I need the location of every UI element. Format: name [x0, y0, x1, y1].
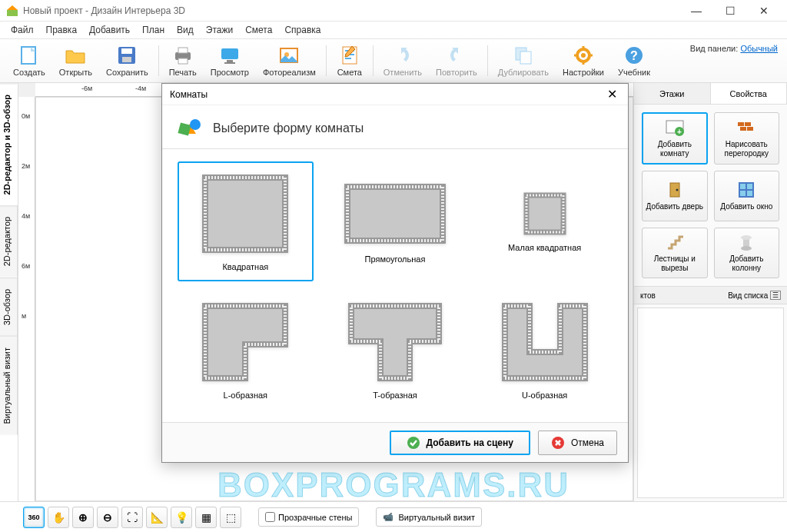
svg-rect-20	[520, 52, 531, 64]
create-button[interactable]: Создать	[6, 42, 52, 80]
dialog-icon	[176, 115, 204, 142]
tab-properties[interactable]: Свойства	[711, 83, 788, 104]
ruler-vertical: 0м 2м 4м 6м м	[18, 97, 35, 501]
list-view-icon[interactable]: ☰	[770, 291, 781, 300]
svg-point-43	[741, 246, 752, 251]
svg-point-46	[190, 119, 201, 130]
window-title: Новый проект - Дизайн Интерьера 3D	[23, 5, 679, 16]
svg-point-22	[581, 53, 586, 58]
svg-point-37	[676, 189, 678, 191]
svg-rect-6	[122, 57, 131, 62]
list-header: ктов Вид списка ☰	[634, 286, 787, 304]
tab-floors[interactable]: Этажи	[634, 83, 711, 104]
maximize-button[interactable]: ☐	[713, 0, 747, 22]
grid-button[interactable]: ▦	[195, 507, 217, 528]
photoreal-button[interactable]: Фотореализм	[256, 42, 323, 80]
cancel-button[interactable]: Отмена	[538, 431, 617, 455]
shape-rectangle[interactable]: Прямоугольная	[327, 161, 463, 281]
add-door-button[interactable]: Добавить дверь	[642, 171, 708, 221]
svg-rect-32	[738, 122, 744, 126]
menu-file[interactable]: Файл	[5, 23, 40, 37]
title-bar: Новый проект - Дизайн Интерьера 3D — ☐ ✕	[0, 0, 787, 22]
menu-add[interactable]: Добавить	[83, 23, 136, 37]
app-icon	[6, 5, 18, 17]
dialog-close-button[interactable]: ✕	[604, 87, 620, 101]
menu-floors[interactable]: Этажи	[200, 23, 239, 37]
stairs-button[interactable]: Лестницы и вырезы	[642, 228, 708, 278]
add-to-scene-button[interactable]: Добавить на сцену	[390, 431, 530, 455]
left-tabs: 2D-редактор и 3D-обзор 2D-редактор 3D-об…	[0, 83, 18, 501]
preview-button[interactable]: Просмотр	[204, 42, 256, 80]
shape-u[interactable]: U-образная	[477, 291, 613, 411]
redo-button[interactable]: Повторить	[429, 42, 484, 80]
svg-rect-11	[227, 60, 233, 62]
open-button[interactable]: Открыть	[52, 42, 99, 80]
tab-virtual-visit[interactable]: Виртуальный визит	[0, 336, 18, 435]
menu-edit[interactable]: Правка	[40, 23, 84, 37]
print-button[interactable]: Печать	[162, 42, 204, 80]
svg-rect-10	[221, 48, 238, 59]
svg-marker-1	[7, 5, 18, 10]
add-column-button[interactable]: Добавить колонну	[714, 228, 780, 278]
svg-rect-0	[7, 10, 18, 16]
tutorial-button[interactable]: ?Учебник	[611, 42, 657, 80]
duplicate-button[interactable]: Дублировать	[491, 42, 556, 80]
svg-rect-47	[205, 178, 285, 250]
minimize-button[interactable]: —	[679, 0, 713, 22]
close-button[interactable]: ✕	[747, 0, 781, 22]
svg-rect-12	[224, 62, 235, 64]
svg-rect-5	[121, 48, 132, 54]
tab-2d-editor[interactable]: 2D-редактор	[0, 205, 18, 277]
object-list[interactable]	[637, 308, 784, 498]
dialog-footer: Добавить на сцену Отмена	[162, 422, 628, 462]
right-panel: Этажи Свойства +Добавить комнату Нарисов…	[633, 83, 787, 501]
shape-l[interactable]: L-образная	[178, 291, 314, 411]
shape-t[interactable]: T-образная	[327, 291, 463, 411]
light-button[interactable]: 💡	[171, 507, 192, 528]
view-360-button[interactable]: 360	[23, 507, 45, 528]
svg-point-42	[741, 235, 752, 240]
undo-button[interactable]: Отменить	[377, 42, 429, 80]
svg-rect-9	[178, 58, 188, 64]
tool-button[interactable]: ⬚	[220, 507, 241, 528]
tab-3d-view[interactable]: 3D-обзор	[0, 278, 18, 336]
zoom-out-button[interactable]: ⊖	[97, 507, 118, 528]
panel-mode: Вид панели: Обычный	[690, 44, 778, 53]
svg-text:?: ?	[630, 49, 638, 62]
rooms-dialog: Комнаты ✕ Выберите форму комнаты Квадрат…	[161, 83, 629, 463]
transparent-walls-checkbox[interactable]: Прозрачные стены	[258, 507, 359, 527]
add-window-button[interactable]: Добавить окно	[714, 171, 780, 221]
svg-rect-49	[347, 187, 443, 241]
menu-estimate[interactable]: Смета	[239, 23, 278, 37]
shape-small-square[interactable]: Малая квадратная	[477, 161, 613, 281]
zoom-fit-button[interactable]: ⛶	[121, 507, 143, 528]
svg-rect-33	[745, 122, 751, 126]
menu-view[interactable]: Вид	[171, 23, 200, 37]
pan-button[interactable]: ✋	[48, 507, 69, 528]
tab-2d-3d-combined[interactable]: 2D-редактор и 3D-обзор	[0, 83, 18, 205]
virtual-visit-button[interactable]: 📹 Виртуальный визит	[376, 507, 482, 527]
draw-wall-button[interactable]: Нарисовать перегородку	[714, 112, 780, 165]
main-toolbar: Создать Открыть Сохранить Печать Просмот…	[0, 38, 787, 83]
shape-square[interactable]: Квадратная	[178, 161, 314, 281]
svg-rect-35	[747, 127, 753, 131]
svg-text:+: +	[677, 128, 682, 136]
bottom-toolbar: 360 ✋ ⊕ ⊖ ⛶ 📐 💡 ▦ ⬚ Прозрачные стены 📹 В…	[0, 501, 787, 532]
menu-plan[interactable]: План	[136, 23, 171, 37]
estimate-button[interactable]: Смета	[330, 42, 370, 80]
settings-button[interactable]: Настройки	[556, 42, 611, 80]
measure-button[interactable]: 📐	[146, 507, 168, 528]
svg-rect-45	[178, 122, 191, 135]
menu-bar: Файл Правка Добавить План Вид Этажи Смет…	[0, 22, 787, 38]
add-room-button[interactable]: +Добавить комнату	[642, 112, 708, 165]
svg-rect-51	[526, 195, 563, 232]
menu-help[interactable]: Справка	[278, 23, 327, 37]
panel-mode-link[interactable]: Обычный	[740, 44, 778, 53]
save-button[interactable]: Сохранить	[99, 42, 155, 80]
svg-rect-18	[345, 58, 351, 59]
svg-rect-8	[178, 48, 188, 53]
svg-rect-34	[740, 127, 746, 131]
dialog-title: Выберите форму комнаты	[162, 105, 628, 149]
dialog-header: Комнаты ✕	[162, 84, 628, 105]
zoom-in-button[interactable]: ⊕	[72, 507, 94, 528]
